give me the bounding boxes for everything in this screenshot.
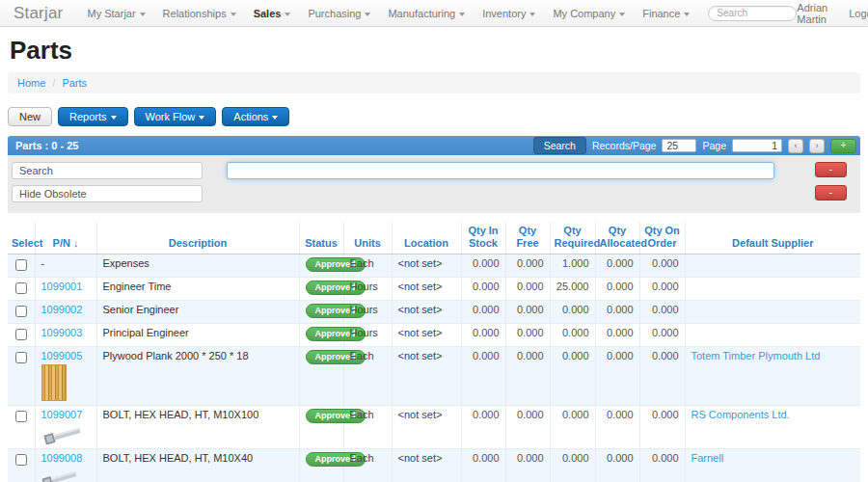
nav-item-manufacturing[interactable]: Manufacturing	[379, 8, 474, 19]
qty-in-stock-cell: 0.000	[461, 301, 505, 324]
row-select-checkbox[interactable]	[15, 411, 27, 422]
qty-allocated-cell: 0.000	[595, 254, 639, 278]
breadcrumb-parts-link[interactable]: Parts	[62, 77, 87, 89]
column-header-location[interactable]: Location	[392, 223, 461, 254]
row-select-checkbox[interactable]	[15, 282, 27, 294]
column-header-p-n[interactable]: P/N ↓	[35, 223, 96, 254]
chevron-down-icon	[459, 13, 465, 16]
location-cell: <not set>	[392, 254, 461, 278]
qty-free-cell: 0.000	[505, 324, 550, 347]
qty-allocated-cell: 0.000	[595, 301, 639, 324]
select-cell	[8, 254, 35, 278]
column-header-default-supplier[interactable]: Default Supplier	[685, 223, 860, 254]
column-header-description[interactable]: Description	[96, 223, 299, 254]
qty-allocated-cell: 0.000	[595, 406, 639, 449]
nav-item-sales[interactable]: Sales	[245, 8, 300, 19]
workflow-dropdown-button[interactable]: Work Flow	[134, 107, 217, 126]
qty-allocated-cell: 0.000	[595, 278, 639, 301]
nav-item-inventory[interactable]: Inventory	[474, 8, 544, 19]
column-header-qty-required[interactable]: Qty Required	[550, 223, 595, 254]
nav-item-my-company[interactable]: My Company	[544, 8, 634, 19]
qty-required-cell: 0.000	[550, 301, 595, 324]
remove-filter-button[interactable]: -	[815, 162, 847, 177]
part-number-link[interactable]: 1099002	[41, 304, 83, 315]
page-number-input[interactable]	[732, 139, 782, 152]
row-select-checkbox[interactable]	[15, 329, 27, 340]
breadcrumb-home-link[interactable]: Home	[17, 77, 45, 89]
default-supplier-cell	[685, 254, 860, 278]
part-number-link[interactable]: 1099005	[41, 350, 83, 362]
supplier-link[interactable]: Totem Timber Plymouth Ltd	[692, 350, 821, 362]
units-cell: Each	[343, 347, 392, 406]
reports-dropdown-button[interactable]: Reports	[58, 107, 128, 126]
part-number-link[interactable]: 1099001	[41, 281, 83, 292]
column-header-status[interactable]: Status	[299, 223, 343, 254]
row-select-checkbox[interactable]	[15, 352, 27, 363]
status-cell: Approved	[299, 278, 343, 301]
next-page-button[interactable]: ›	[809, 139, 825, 153]
units-cell: Hours	[343, 278, 392, 301]
default-supplier-cell: Farnell	[685, 449, 860, 482]
previous-page-button[interactable]: ‹	[788, 139, 803, 153]
supplier-link[interactable]: RS Components Ltd.	[692, 409, 790, 420]
status-cell: Approved	[299, 449, 343, 482]
qty-required-cell: 0.000	[550, 324, 595, 347]
breadcrumb: Home / Parts	[8, 72, 860, 94]
default-supplier-cell	[685, 301, 860, 324]
column-header-select[interactable]: Select	[8, 223, 35, 254]
chevron-down-icon	[619, 13, 625, 16]
user-menu[interactable]: Adrian Martin	[797, 2, 827, 25]
qty-on-order-cell: 0.000	[639, 254, 685, 278]
app-logo[interactable]: Starjar	[14, 4, 63, 23]
row-select-checkbox[interactable]	[15, 306, 27, 317]
global-search-input[interactable]	[708, 6, 797, 21]
table-row: 1099008BOLT, HEX HEAD, HT, M10X40Approve…	[8, 449, 860, 482]
page-title: Parts	[10, 36, 860, 66]
part-number-link[interactable]: 1099003	[41, 327, 83, 338]
row-select-checkbox[interactable]	[15, 259, 27, 271]
description-cell: Plywood Plank 2000 * 250 * 18	[96, 347, 299, 406]
qty-in-stock-cell: 0.000	[461, 254, 505, 278]
nav-item-finance[interactable]: Finance	[634, 8, 698, 19]
column-header-qty-allocated[interactable]: Qty Allocated	[595, 223, 639, 254]
column-header-qty-in-stock[interactable]: Qty In Stock	[461, 223, 505, 254]
filter-field-hide-obsolete[interactable]: Hide Obsolete	[12, 185, 203, 202]
add-filter-button[interactable]: +	[830, 139, 856, 153]
actions-dropdown-button[interactable]: Actions	[222, 107, 289, 126]
row-select-checkbox[interactable]	[15, 454, 27, 466]
part-number-link[interactable]: 1099007	[41, 409, 83, 420]
description-cell: Principal Engineer	[96, 324, 299, 347]
records-per-page-input[interactable]	[662, 139, 696, 152]
filter-row: Hide Obsolete-	[8, 183, 860, 205]
table-row: -ExpensesApprovedEach<not set>0.0000.000…	[8, 254, 860, 278]
qty-on-order-cell: 0.000	[639, 301, 685, 324]
part-number-link[interactable]: 1099008	[41, 452, 83, 464]
qty-in-stock-cell: 0.000	[461, 324, 505, 347]
logout-link[interactable]: Logout	[849, 8, 868, 19]
list-title: Parts : 0 - 25	[15, 140, 78, 151]
filter-field-search[interactable]: Search	[12, 162, 203, 179]
nav-item-purchasing[interactable]: Purchasing	[299, 8, 379, 19]
filter-value-input[interactable]	[227, 162, 774, 179]
qty-free-cell: 0.000	[505, 406, 550, 449]
part-number-cell: 1099008	[35, 449, 96, 482]
supplier-link[interactable]: Farnell	[692, 452, 724, 464]
search-button[interactable]: Search	[533, 137, 586, 154]
new-button[interactable]: New	[8, 107, 52, 126]
location-cell: <not set>	[392, 278, 461, 301]
remove-filter-button[interactable]: -	[815, 185, 847, 201]
nav-item-my-starjar[interactable]: My Starjar	[78, 8, 153, 19]
part-number-cell: -	[35, 254, 96, 278]
bolt-photo	[41, 423, 84, 444]
breadcrumb-separator: /	[52, 77, 55, 89]
column-header-units[interactable]: Units	[343, 223, 392, 254]
default-supplier-cell	[685, 324, 860, 347]
chevron-down-icon	[272, 116, 278, 120]
nav-item-relationships[interactable]: Relationships	[154, 8, 245, 19]
select-cell	[8, 324, 35, 347]
status-cell: Approved	[299, 324, 343, 347]
table-row: 1099003Principal EngineerApprovedHours<n…	[8, 324, 860, 347]
description-cell: Expenses	[96, 254, 299, 278]
column-header-qty-free[interactable]: Qty Free	[505, 223, 550, 254]
records-per-page-label: Records/Page	[592, 140, 657, 151]
